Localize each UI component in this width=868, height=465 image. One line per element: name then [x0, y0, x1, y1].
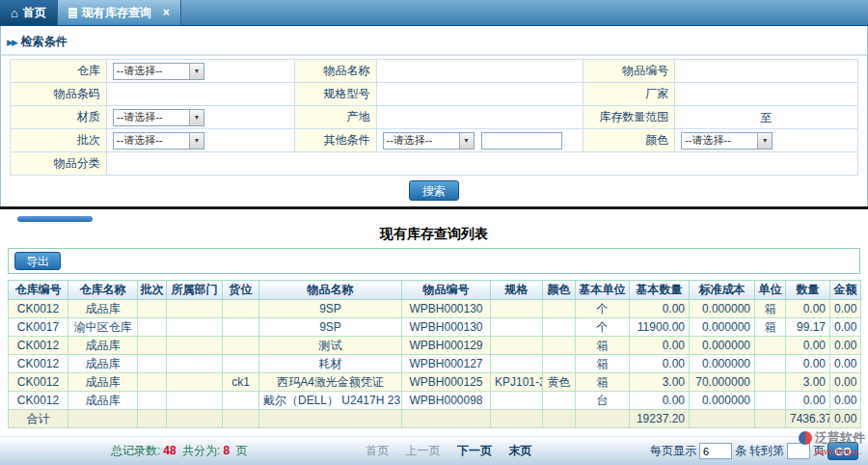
table-cell: KPJ101-3 — [491, 373, 543, 392]
search-button[interactable]: 搜索 — [409, 180, 459, 201]
chevron-down-icon: ▼ — [757, 133, 772, 149]
column-header: 金额 — [830, 281, 861, 300]
table-cell: 个 — [576, 300, 630, 318]
column-header: 数量 — [786, 281, 830, 300]
app-window: ⌂ 首页 现有库存查询 × ▶▶ 检索条件 仓库 --请选择-- — [0, 0, 868, 465]
chevron-down-icon: ▼ — [189, 110, 203, 125]
barcode-input[interactable] — [113, 85, 288, 104]
origin-input[interactable] — [383, 108, 578, 127]
table-cell: 0.000000 — [690, 318, 755, 337]
vendor-name: 泛普软件 — [815, 429, 865, 447]
table-cell: 渝中区仓库 — [68, 318, 138, 337]
column-header: 标准成本 — [690, 281, 755, 300]
table-cell: 黄色 — [543, 373, 576, 392]
table-cell: 台 — [576, 392, 630, 410]
table-cell: CK0012 — [9, 373, 68, 392]
table-row[interactable]: CK0017渝中区仓库9SPWPBH000130个11900.000.00000… — [9, 318, 861, 337]
table-cell — [259, 410, 402, 428]
table-cell — [138, 300, 167, 318]
category-label: 物品分类 — [11, 152, 107, 176]
prev-page-link[interactable]: 上一页 — [406, 444, 441, 457]
table-cell: 成品库 — [68, 337, 138, 355]
scroll-indicator[interactable] — [17, 216, 93, 222]
range-to-label: 至 — [761, 111, 773, 124]
table-cell — [167, 318, 223, 337]
stock-range-min-input[interactable] — [697, 108, 761, 125]
column-header: 基本单位 — [576, 281, 630, 300]
other-cond-select[interactable]: --请选择-- ▼ — [383, 132, 475, 150]
batch-label: 批次 — [11, 129, 107, 152]
table-cell: 合计 — [9, 410, 68, 428]
table-cell: 3.00 — [630, 373, 690, 392]
home-icon: ⌂ — [11, 7, 18, 19]
table-cell: 9SP — [259, 318, 402, 337]
table-cell: 0.00 — [786, 355, 830, 373]
color-select[interactable]: --请选择-- ▼ — [681, 132, 773, 150]
manufacturer-label: 厂家 — [583, 83, 675, 106]
table-cell — [167, 355, 223, 373]
category-input[interactable] — [113, 154, 852, 174]
table-cell — [543, 337, 576, 355]
batch-select[interactable]: --请选择-- ▼ — [113, 132, 204, 150]
origin-label: 产地 — [294, 106, 376, 129]
table-cell — [167, 300, 223, 318]
table-cell: CK0012 — [9, 337, 68, 355]
material-select[interactable]: --请选择-- ▼ — [113, 109, 204, 126]
per-page-suffix: 条 — [735, 443, 746, 459]
search-panel-title: 检索条件 — [21, 34, 68, 50]
table-cell: 耗材 — [259, 355, 402, 373]
table-cell: 0.00 — [830, 318, 861, 337]
table-cell — [543, 318, 576, 337]
table-cell — [138, 337, 167, 355]
column-header: 物品名称 — [259, 281, 402, 300]
table-cell: 11900.00 — [630, 318, 690, 337]
table-row[interactable]: CK0012成品库9SPWPBH000130个0.000.000000箱0.00… — [9, 300, 861, 318]
export-button[interactable]: 导出 — [14, 252, 61, 270]
export-toolbar: 导出 — [8, 248, 860, 274]
table-cell: 0.00 — [786, 337, 830, 355]
close-icon[interactable]: × — [163, 7, 170, 18]
stock-range-max-input[interactable] — [773, 108, 836, 125]
page-icon — [68, 8, 77, 18]
table-cell — [223, 410, 259, 428]
pages-value: 8 — [220, 444, 232, 457]
item-name-input[interactable] — [383, 62, 578, 81]
table-cell: WPBH000098 — [402, 392, 491, 410]
table-row[interactable]: CK0012成品库戴尔（DELL） U2417H 23.8WPBH000098台… — [9, 392, 861, 410]
total-row[interactable]: 合计19237.207436.370.00 — [9, 410, 861, 428]
tab-query-label: 现有库存查询 — [82, 5, 151, 21]
table-cell: 0.000000 — [690, 337, 755, 355]
item-no-input[interactable] — [681, 62, 852, 81]
table-row[interactable]: CK0012成品库耗材WPBH000127箱0.000.0000000.000.… — [9, 355, 861, 373]
table-cell — [402, 410, 491, 428]
table-cell: CK0012 — [9, 392, 68, 410]
table-cell — [543, 300, 576, 318]
table-row[interactable]: CK0012成品库ck1西玛A4激光金额凭证WPBH000125KPJ101-3… — [9, 373, 861, 392]
table-cell: 0.00 — [630, 392, 690, 410]
table-cell — [223, 392, 259, 410]
column-header: 单位 — [755, 281, 786, 300]
warehouse-select[interactable]: --请选择-- ▼ — [113, 63, 204, 80]
next-page-link[interactable]: 下一页 — [457, 444, 492, 457]
tab-home[interactable]: ⌂ 首页 — [0, 0, 57, 25]
table-cell: 0.00 — [630, 355, 690, 373]
double-arrow-icon: ▶▶ — [7, 38, 16, 47]
first-page-link[interactable]: 首页 — [366, 444, 389, 457]
table-cell — [491, 355, 543, 373]
last-page-link[interactable]: 末页 — [508, 444, 531, 457]
manufacturer-input[interactable] — [681, 85, 852, 104]
vendor-watermark: 泛普软件 www.fanpu.. — [799, 429, 865, 456]
other-cond-input[interactable] — [481, 132, 562, 150]
per-page-label: 每页显示 — [650, 443, 696, 459]
item-no-label: 物品编号 — [583, 60, 675, 83]
spec-model-input[interactable] — [383, 85, 578, 104]
table-cell: WPBH000125 — [402, 373, 491, 392]
per-page-input[interactable] — [699, 443, 732, 459]
table-cell: 成品库 — [68, 355, 138, 373]
table-row[interactable]: CK0012成品库测试WPBH000129箱0.000.0000000.000.… — [9, 337, 861, 355]
table-cell — [755, 337, 786, 355]
tab-inventory-query[interactable]: 现有库存查询 × — [57, 0, 181, 25]
table-cell: 箱 — [755, 318, 786, 337]
table-cell: ck1 — [223, 373, 259, 392]
table-cell: CK0012 — [9, 300, 68, 318]
